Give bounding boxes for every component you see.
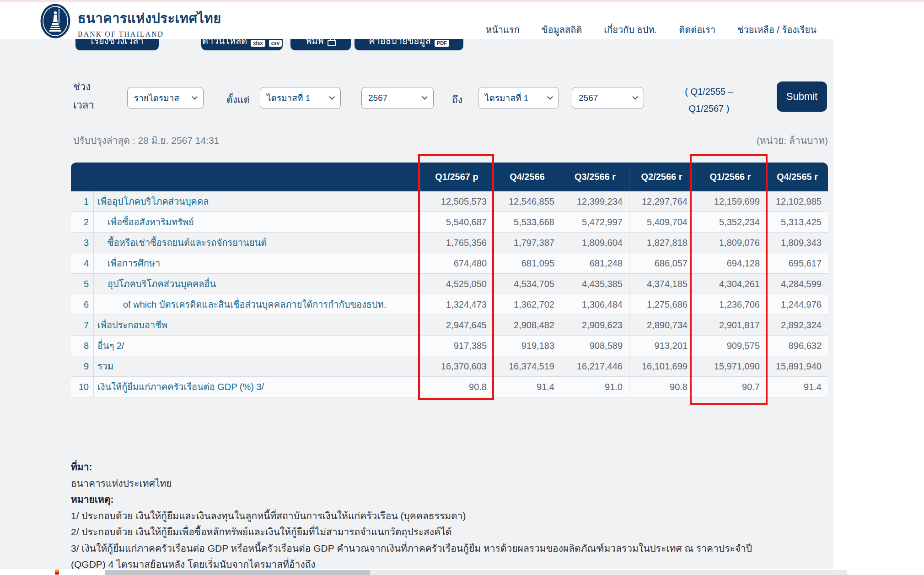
start-quarter-select[interactable]: ไตรมาสที่ 1 [260,87,341,109]
period-type-value: รายไตรมาส [134,91,179,105]
print-label: พิมพ์ [306,39,324,48]
value-cell: 12,546,855 [493,191,561,212]
value-cell: 681,248 [561,253,629,274]
value-cell: 919,183 [493,336,561,356]
value-cell: 686,057 [629,253,694,274]
chevron-down-icon [192,94,198,100]
column-header: Q3/2566 r [561,163,629,191]
main-nav: หน้าแรกข้อมูลสถิติเกี่ยวกับ ธปท.ติดต่อเร… [486,22,817,37]
table-row: 2เพื่อซื้ออสังหาริมทรัพย์5,540,6875,533,… [71,212,828,233]
value-cell: 695,617 [766,253,828,274]
column-header: Q2/2566 r [629,163,694,191]
table-row: 9รวม16,370,60316,374,51916,217,44616,101… [71,356,828,377]
from-label: ตั้งแต่ [226,92,250,107]
table-row: 10เงินให้กู้ยืมแก่ภาคครัวเรือนต่อ GDP (%… [71,377,828,397]
value-cell: 16,217,446 [561,356,629,377]
end-year-value: 2567 [579,93,598,103]
value-cell: 16,370,603 [420,356,493,377]
end-year-select[interactable]: 2567 [572,87,644,109]
empty-header-cell [71,163,94,191]
table-row: 8อื่นๆ 2/917,385919,183908,589913,201909… [71,336,828,356]
empty-header-cell [94,163,420,191]
table-row: 6of which บัตรเครดิตและสินเชื่อส่วนบุคคล… [71,294,828,315]
brand-block: ธนาคารแห่งประเทศไทย BANK OF THAILAND [78,8,221,38]
value-cell: 1,809,076 [694,233,766,253]
time-range-label-line1: ช่วง [73,78,94,96]
value-cell: 4,534,705 [493,274,561,294]
value-cell: 896,632 [766,336,828,356]
value-cell: 674,480 [420,253,493,274]
note-line: 3/ เงินให้กู้ยืมแก่ภาคครัวเรือนต่อ GDP ห… [71,540,821,557]
row-number-cell: 6 [71,294,94,315]
value-cell: 15,891,940 [766,356,828,377]
nav-item[interactable]: เกี่ยวกับ ธปท. [604,22,657,37]
sort-period-button[interactable]: เรียงช่วงเวลา [75,39,159,50]
nav-item[interactable]: หน้าแรก [486,22,520,37]
value-cell: 2,901,817 [694,315,766,336]
submit-button[interactable]: Submit [777,81,827,112]
bottom-bar-segment [105,570,371,575]
data-description-label: คำอธิบายข้อมูล [369,39,431,48]
value-cell: 12,297,764 [629,191,694,212]
print-button[interactable]: พิมพ์ [290,39,351,50]
period-type-select[interactable]: รายไตรมาส [127,87,204,109]
data-description-button[interactable]: คำอธิบายข้อมูล PDF [355,39,463,50]
value-cell: 5,409,704 [629,212,694,233]
value-cell: 4,525,050 [420,274,493,294]
end-quarter-value: ไตรมาสที่ 1 [485,91,528,105]
row-number-cell: 4 [71,253,94,274]
value-cell: 4,284,599 [766,274,828,294]
time-range-label: ช่วง เวลา [73,78,94,114]
value-cell: 2,890,734 [629,315,694,336]
sort-period-label: เรียงช่วงเวลา [91,39,143,48]
nav-item[interactable]: ติดต่อเรา [679,22,715,37]
column-header: Q1/2567 p [420,163,493,191]
value-cell: 1,275,686 [629,294,694,315]
value-cell: 4,374,185 [629,274,694,294]
data-table-wrap: Q1/2567 pQ4/2566Q3/2566 rQ2/2566 rQ1/256… [71,163,828,397]
chevron-down-icon [329,94,335,100]
value-cell: 1,827,818 [629,233,694,253]
column-header: Q4/2566 [493,163,561,191]
row-number-cell: 3 [71,233,94,253]
value-cell: 681,095 [493,253,561,274]
download-button[interactable]: ดาวน์โหลด xlsx csv [201,39,283,50]
value-cell: 90.7 [694,377,766,397]
value-cell: 694,128 [694,253,766,274]
value-cell: 5,472,997 [561,212,629,233]
row-label-cell: เพื่อการศึกษา [94,253,420,274]
to-label: ถึง [452,92,462,107]
row-label-cell: อุปโภคบริโภคส่วนบุคคลอื่น [94,274,420,294]
value-cell: 5,313,425 [766,212,828,233]
nav-item[interactable]: ข้อมูลสถิติ [542,22,582,37]
row-label-cell: อื่นๆ 2/ [94,336,420,356]
favicon-icon [55,570,59,575]
value-cell: 91.4 [493,377,561,397]
value-cell: 12,102,985 [766,191,828,212]
pdf-badge: PDF [435,40,449,47]
row-number-cell: 10 [71,377,94,397]
chevron-down-icon [547,94,553,100]
row-label-cell: of which บัตรเครดิตและสินเชื่อส่วนบุคคลภ… [94,294,420,315]
time-range-label-line2: เวลา [73,96,94,114]
table-header-row: Q1/2567 pQ4/2566Q3/2566 rQ2/2566 rQ1/256… [71,163,828,191]
xlsx-badge: xlsx [251,40,265,47]
value-cell: 917,385 [420,336,493,356]
end-quarter-select[interactable]: ไตรมาสที่ 1 [478,87,559,109]
row-label-cell: เพื่อซื้ออสังหาริมทรัพย์ [94,212,420,233]
value-cell: 91.0 [561,377,629,397]
bot-logo[interactable] [40,4,70,38]
available-range-note: ( Q1/2555 – Q1/2567 ) [661,83,757,117]
value-cell: 1,324,473 [420,294,493,315]
row-label-cell: เงินให้กู้ยืมแก่ภาคครัวเรือนต่อ GDP (%) … [94,377,420,397]
column-header: Q1/2566 r [694,163,766,191]
value-cell: 909,575 [694,336,766,356]
value-cell: 4,435,385 [561,274,629,294]
source-text: ธนาคารแห่งประเทศไทย [71,475,821,492]
start-year-select[interactable]: 2567 [361,87,434,109]
value-cell: 2,908,482 [493,315,561,336]
row-number-cell: 5 [71,274,94,294]
start-year-value: 2567 [368,93,387,103]
nav-item[interactable]: ช่วยเหลือ / ร้องเรียน [737,22,817,37]
row-label-cell: ซื้อหรือเช่าซื้อรถยนต์และรถจักรยานยนต์ [94,233,420,253]
